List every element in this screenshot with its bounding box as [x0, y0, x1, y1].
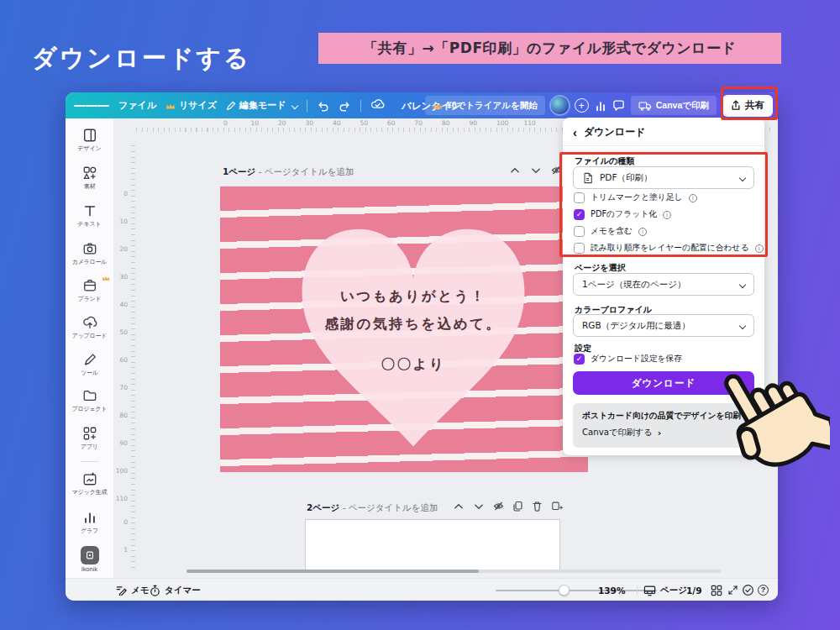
page2-header[interactable]: 2ページ - ページタイトルを追加 [307, 502, 438, 514]
sidebar-item-brand[interactable]: ブランド [66, 278, 113, 303]
page2-add-page-button[interactable] [551, 501, 563, 512]
redo-icon [339, 100, 351, 112]
grid-view-button[interactable] [711, 579, 722, 601]
zoom-slider-handle[interactable] [559, 585, 570, 596]
select-pages-dropdown[interactable]: 1ページ（現在のページ） [573, 273, 754, 296]
sidebar-item-uploads[interactable]: アップロード [66, 315, 113, 340]
left-sidebar: デザイン 素材 テキスト カメラロール ブランド アップロード ツール [66, 118, 113, 578]
sidebar-item-camera-roll[interactable]: カメラロール [66, 241, 113, 266]
duplicate-icon [512, 501, 523, 512]
sidebar-divider [81, 461, 98, 462]
settings-label: 設定 [575, 343, 591, 354]
chevron-down-icon [739, 281, 746, 287]
notes-button[interactable]: メモ [116, 579, 150, 601]
sidebar-item-elements[interactable]: 素材 [66, 165, 113, 191]
delivery-truck-icon [638, 100, 652, 111]
page2-design-card[interactable] [305, 519, 560, 573]
undo-icon [317, 100, 329, 112]
crown-icon [102, 275, 110, 281]
help-button[interactable]: ? [758, 579, 769, 601]
magic-generate-icon [82, 471, 97, 486]
page2-move-up-button[interactable] [454, 502, 464, 511]
sidebar-item-magic-media[interactable]: マジック生成 [66, 471, 113, 496]
page-indicator: 1/9 [686, 579, 701, 601]
notes-pencil-icon [116, 585, 127, 596]
undo-button[interactable] [317, 100, 329, 112]
presentation-icon [643, 585, 656, 596]
page-view-button[interactable]: ページ [643, 579, 687, 601]
text-icon [82, 203, 97, 218]
ikonik-app-icon [81, 546, 99, 564]
avatar[interactable] [551, 97, 569, 114]
sidebar-item-text[interactable]: テキスト [66, 203, 113, 228]
charts-icon [82, 510, 97, 525]
menu-icon[interactable] [74, 102, 109, 108]
sidebar-item-projects[interactable]: プロジェクト [66, 388, 113, 413]
saved-status-button[interactable] [742, 579, 754, 601]
comments-button[interactable] [612, 100, 625, 112]
eye-off-icon [493, 501, 504, 512]
save-settings-row[interactable]: ダウンロード設定を保存 [574, 354, 682, 365]
card-text-line[interactable]: 〇〇より [296, 355, 531, 374]
chevron-down-icon [531, 166, 541, 175]
sidebar-item-apps[interactable]: アプリ [66, 426, 113, 451]
speech-bubble-icon [612, 100, 625, 112]
divider [307, 100, 307, 112]
add-page-icon [551, 501, 563, 512]
fullscreen-button[interactable] [727, 579, 738, 601]
apps-grid-icon [82, 426, 97, 441]
print-with-canva-button[interactable]: Canvaで印刷 [631, 96, 717, 115]
question-icon: ? [758, 585, 769, 596]
panel-divider [563, 145, 764, 146]
page1-design-card[interactable]: いつもありがとう！ 感謝の気持ちを込めて。 〇〇より [220, 186, 588, 472]
check-circle-icon [742, 584, 754, 596]
timer-button[interactable]: タイマー [150, 579, 201, 601]
file-type-highlight-box [559, 152, 768, 257]
color-profile-dropdown[interactable]: RGB（デジタル用に最適） [573, 314, 754, 337]
chevron-down-icon [474, 502, 484, 511]
brand-kit-icon [82, 278, 97, 293]
file-menu-button[interactable]: ファイル [118, 99, 156, 112]
back-button[interactable]: ‹ [573, 127, 577, 139]
bar-chart-icon [595, 100, 606, 112]
page1-header[interactable]: 1ページ - ページタイトルを追加 [223, 166, 354, 178]
camera-icon [82, 241, 97, 256]
sidebar-item-tools[interactable]: ツール [66, 352, 113, 377]
sidebar-item-design[interactable]: デザイン [66, 128, 113, 153]
add-member-button[interactable]: + [575, 98, 589, 113]
sidebar-item-ikonik[interactable]: Ikonik [66, 546, 113, 573]
resize-button[interactable]: リサイズ [165, 99, 217, 112]
page2-delete-button[interactable] [532, 501, 543, 512]
saved-cloud-check-icon [370, 97, 385, 113]
zoom-level[interactable]: 139% [598, 579, 625, 601]
elements-icon [82, 165, 97, 181]
horizontal-scrollbar-thumb[interactable] [186, 570, 479, 573]
status-bar: メモ タイマー 139% ページ 1/9 ? [66, 578, 778, 601]
card-text-line[interactable]: 感謝の気持ちを込めて。 [296, 315, 531, 333]
card-text-line[interactable]: いつもありがとう！ [296, 287, 531, 306]
chevron-up-icon [510, 166, 520, 175]
page1-move-down-button[interactable] [531, 166, 541, 175]
edit-mode-button[interactable]: 編集モード [226, 99, 297, 112]
page2-move-down-button[interactable] [474, 502, 484, 511]
sidebar-item-charts[interactable]: グラフ [66, 510, 113, 535]
upload-cloud-icon [82, 315, 97, 330]
screenshot-stage: ダウンロードする 「共有」→「PDF印刷」のファイル形式でダウンロード ファイル… [0, 0, 840, 630]
checkbox[interactable] [574, 354, 585, 365]
insights-button[interactable] [595, 100, 606, 112]
v-ruler-ticks [131, 144, 135, 568]
instruction-banner: 「共有」→「PDF印刷」のファイル形式でダウンロード [318, 33, 781, 64]
trial-button[interactable]: ¥0でトライアルを開始 [425, 96, 545, 115]
divider [360, 100, 361, 112]
expand-icon [727, 585, 738, 596]
chevron-up-icon [454, 502, 464, 511]
horizontal-scrollbar[interactable] [186, 570, 721, 573]
page2-hide-button[interactable] [493, 501, 504, 512]
redo-button[interactable] [339, 100, 351, 112]
page2-duplicate-button[interactable] [512, 501, 523, 512]
zoom-slider[interactable] [496, 590, 657, 591]
page-title: ダウンロードする [32, 42, 251, 76]
page1-move-up-button[interactable] [510, 166, 520, 175]
select-pages-label: ページを選択 [575, 262, 626, 274]
chevron-right-icon: › [658, 428, 662, 438]
